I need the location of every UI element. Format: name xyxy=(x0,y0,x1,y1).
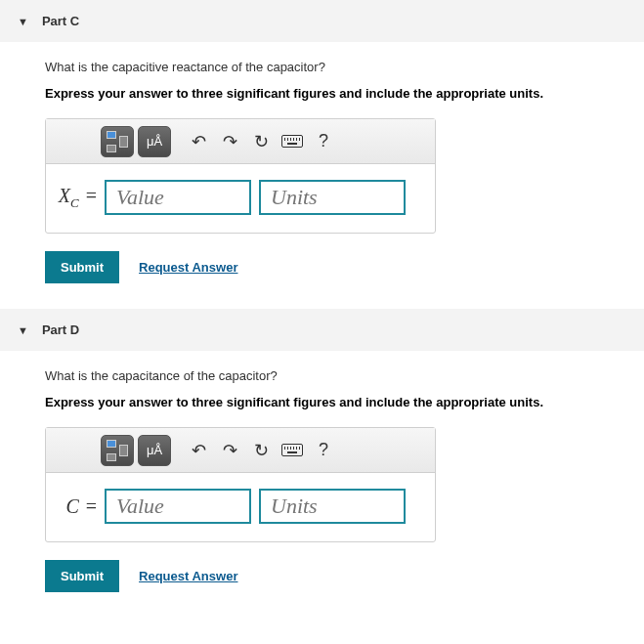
keyboard-button[interactable] xyxy=(279,128,306,155)
part-header[interactable]: ▼ Part C xyxy=(0,0,644,42)
part-body: What is the capacitance of the capacitor… xyxy=(0,368,644,618)
keyboard-icon xyxy=(281,135,303,148)
keyboard-button[interactable] xyxy=(279,437,306,464)
reset-button[interactable]: ↻ xyxy=(247,128,275,155)
help-button[interactable]: ? xyxy=(310,128,337,155)
part-body: What is the capacitive reactance of the … xyxy=(0,60,644,309)
answer-row: XC = xyxy=(46,164,435,215)
submit-button[interactable]: Submit xyxy=(45,560,119,592)
answer-box: μÅ ↶ ↷ ↻ ? C = xyxy=(45,427,436,542)
redo-button[interactable]: ↷ xyxy=(216,128,243,155)
help-button[interactable]: ? xyxy=(310,437,337,464)
variable-label: C = xyxy=(58,495,97,518)
mu-angstrom-label: μÅ xyxy=(147,443,162,457)
special-chars-button[interactable]: μÅ xyxy=(138,126,171,157)
value-input[interactable] xyxy=(105,180,251,215)
variable-label: XC = xyxy=(58,185,97,211)
instruction-text: Express your answer to three significant… xyxy=(45,395,599,409)
answer-box: μÅ ↶ ↷ ↻ ? XC = xyxy=(45,118,436,234)
answer-toolbar: μÅ ↶ ↷ ↻ ? xyxy=(46,428,435,473)
request-answer-link[interactable]: Request Answer xyxy=(139,569,237,583)
fraction-icon xyxy=(107,440,128,461)
question-text: What is the capacitance of the capacitor… xyxy=(45,368,599,383)
answer-toolbar: μÅ ↶ ↷ ↻ ? xyxy=(46,119,435,164)
redo-button[interactable]: ↷ xyxy=(216,437,243,464)
fraction-icon xyxy=(107,131,128,152)
fraction-template-button[interactable] xyxy=(101,435,134,466)
instruction-text: Express your answer to three significant… xyxy=(45,86,599,101)
part-title: Part C xyxy=(42,14,79,28)
actions-row: Submit Request Answer xyxy=(45,560,599,592)
value-input[interactable] xyxy=(105,489,251,524)
chevron-down-icon: ▼ xyxy=(18,16,28,27)
question-text: What is the capacitive reactance of the … xyxy=(45,60,599,74)
units-input[interactable] xyxy=(259,180,406,215)
units-input[interactable] xyxy=(259,489,406,524)
chevron-down-icon: ▼ xyxy=(18,324,28,336)
request-answer-link[interactable]: Request Answer xyxy=(139,260,237,275)
reset-button[interactable]: ↻ xyxy=(247,437,275,464)
actions-row: Submit Request Answer xyxy=(45,251,599,283)
fraction-template-button[interactable] xyxy=(101,126,134,157)
keyboard-icon xyxy=(281,444,303,456)
undo-button[interactable]: ↶ xyxy=(185,437,212,464)
answer-row: C = xyxy=(46,473,435,524)
part-title: Part D xyxy=(42,322,79,337)
special-chars-button[interactable]: μÅ xyxy=(138,435,171,466)
undo-button[interactable]: ↶ xyxy=(185,128,212,155)
submit-button[interactable]: Submit xyxy=(45,251,119,283)
part-header[interactable]: ▼ Part D xyxy=(0,309,644,351)
mu-angstrom-label: μÅ xyxy=(147,134,162,149)
